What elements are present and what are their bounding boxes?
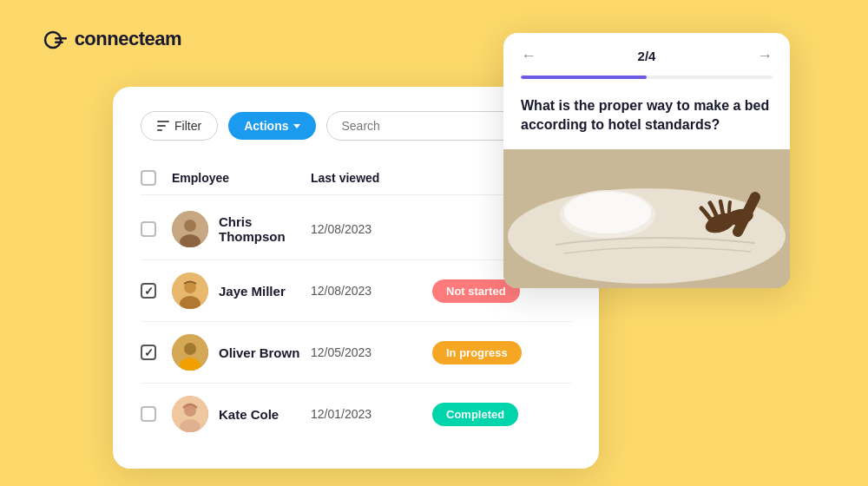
- actions-button[interactable]: Actions: [228, 112, 316, 140]
- employee-cell-oliver: Oliver Brown: [172, 334, 311, 371]
- last-viewed-chris: 12/08/2023: [311, 222, 432, 236]
- row-checkbox-kate[interactable]: [141, 406, 156, 422]
- quiz-current: 2: [638, 49, 645, 63]
- svg-point-10: [184, 343, 196, 355]
- avatar-oliver: [172, 334, 208, 371]
- avatar-jaye: [172, 273, 208, 309]
- quiz-header: ← 2/4 →: [503, 33, 790, 76]
- last-viewed-kate: 12/01/2023: [311, 407, 432, 421]
- last-viewed-jaye: 12/08/2023: [311, 284, 432, 298]
- filter-label: Filter: [174, 119, 201, 133]
- svg-point-18: [564, 192, 651, 233]
- logo: connecteam: [43, 28, 181, 50]
- quiz-prev-button[interactable]: ←: [521, 47, 536, 65]
- filter-button[interactable]: Filter: [141, 111, 218, 141]
- col-employee: Employee: [172, 171, 311, 185]
- svg-rect-1: [55, 37, 67, 40]
- row-checkbox-chris[interactable]: [141, 221, 156, 237]
- quiz-progress-track: [521, 76, 773, 79]
- svg-point-4: [184, 220, 196, 232]
- name-kate: Kate Cole: [219, 407, 279, 422]
- quiz-card: ← 2/4 → What is the proper way to make a…: [503, 33, 790, 288]
- caret-icon: [293, 124, 300, 128]
- svg-point-0: [45, 32, 61, 48]
- last-viewed-oliver: 12/05/2023: [311, 345, 432, 359]
- quiz-progress-fill: [521, 76, 647, 79]
- table-row: Kate Cole 12/01/2023 Completed: [141, 384, 571, 444]
- select-all-checkbox[interactable]: [141, 170, 156, 186]
- col-last-viewed: Last viewed: [311, 171, 432, 185]
- employee-cell-chris: Chris Thompson: [172, 211, 311, 247]
- employee-cell-jaye: Jaye Miller: [172, 273, 311, 309]
- status-badge-kate: Completed: [432, 403, 518, 426]
- name-chris: Chris Thompson: [219, 214, 311, 244]
- table-row: ✓ Oliver Brown 12/05/2023 In progress: [141, 322, 571, 384]
- actions-label: Actions: [244, 119, 288, 133]
- quiz-question: What is the proper way to make a bed acc…: [503, 89, 790, 149]
- status-badge-oliver: In progress: [432, 341, 522, 364]
- employee-cell-kate: Kate Cole: [172, 396, 311, 432]
- filter-icon: [157, 121, 169, 131]
- quiz-image: [503, 149, 790, 288]
- logo-icon: [43, 28, 75, 49]
- svg-rect-2: [55, 42, 63, 44]
- next-arrow-icon: →: [757, 47, 773, 65]
- quiz-next-button[interactable]: →: [757, 47, 773, 65]
- quiz-total: 4: [648, 49, 655, 63]
- row-checkbox-jaye[interactable]: ✓: [141, 283, 156, 299]
- quiz-progress: 2/4: [638, 49, 656, 63]
- prev-arrow-icon: ←: [521, 47, 536, 65]
- avatar-kate: [172, 396, 208, 432]
- name-oliver: Oliver Brown: [219, 345, 299, 360]
- avatar-chris: [172, 211, 208, 247]
- name-jaye: Jaye Miller: [219, 284, 286, 299]
- row-checkbox-oliver[interactable]: ✓: [141, 345, 156, 360]
- quiz-progress-bar-container: [503, 76, 790, 89]
- logo-text: connecteam: [75, 28, 181, 49]
